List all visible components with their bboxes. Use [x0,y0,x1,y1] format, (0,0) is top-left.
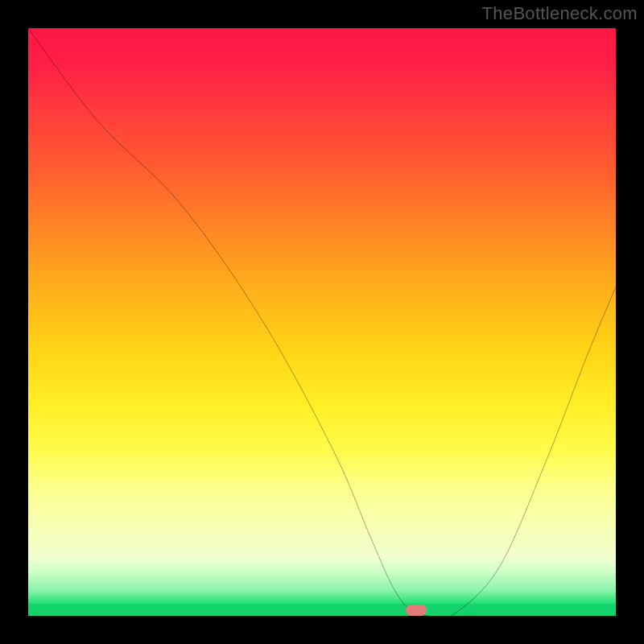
optimal-point-marker [406,605,427,616]
chart-frame: TheBottleneck.com [0,0,644,644]
plot-area [28,28,616,616]
bottleneck-curve [28,28,616,616]
watermark-text: TheBottleneck.com [482,3,638,24]
